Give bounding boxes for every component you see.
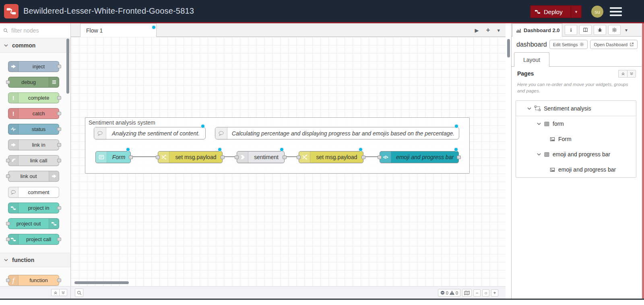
output-port[interactable] bbox=[221, 156, 225, 159]
tree-item-label: emoji and progress bar bbox=[553, 151, 610, 158]
zoom-in-button[interactable]: + bbox=[491, 289, 498, 297]
tree-item-page-sentiment-analysis[interactable]: Sentiment analysis bbox=[516, 101, 636, 116]
flow-group-sentiment-analysis-system[interactable]: Sentiment analysis system bbox=[85, 117, 470, 174]
input-port[interactable] bbox=[378, 156, 382, 159]
comment-node-label: Calculating percentage and displaying pr… bbox=[227, 127, 459, 139]
palette-search-input[interactable] bbox=[10, 27, 63, 34]
dashboard-header-row: dashboard Edit Settings Open Dashboard bbox=[512, 37, 642, 52]
canvas-vertical-scrollbar[interactable] bbox=[507, 39, 510, 57]
input-port[interactable] bbox=[6, 159, 10, 162]
flow-list-caret-icon[interactable]: ▾ bbox=[497, 27, 500, 33]
palette-node-project-in[interactable]: project in bbox=[8, 203, 59, 213]
chevron-down-icon[interactable] bbox=[537, 123, 541, 125]
output-port[interactable] bbox=[57, 96, 61, 100]
flow-node-change[interactable]: set msg.payload bbox=[158, 151, 223, 163]
zoom-reset-button[interactable]: ○ bbox=[482, 289, 489, 297]
tab-layout[interactable]: Layout bbox=[514, 52, 549, 67]
palette-category-function[interactable]: function bbox=[0, 253, 70, 267]
output-port[interactable] bbox=[57, 159, 61, 162]
output-port[interactable] bbox=[57, 65, 61, 68]
comment-node[interactable]: Analyzing the sentiment of content. bbox=[94, 127, 206, 139]
palette-node-inject[interactable]: inject bbox=[8, 61, 59, 72]
zoom-out-button[interactable]: − bbox=[473, 289, 481, 297]
palette-node-link-in[interactable]: link in bbox=[8, 139, 59, 150]
deploy-button[interactable]: Deploy ▾ bbox=[530, 5, 582, 18]
wire[interactable] bbox=[363, 156, 380, 157]
tree-item-group-emoji-and-progress-bar[interactable]: emoji and progress bar bbox=[516, 147, 636, 162]
input-port[interactable] bbox=[235, 156, 239, 159]
wire[interactable] bbox=[131, 156, 158, 157]
sidebar-tabs-caret[interactable]: ▾ bbox=[625, 27, 627, 33]
output-port[interactable] bbox=[57, 206, 61, 210]
palette-node-label: debug bbox=[8, 77, 49, 87]
flow-node-sentiment[interactable]: sentiment bbox=[237, 151, 285, 163]
palette-node-debug[interactable]: debug bbox=[8, 77, 59, 88]
add-flow-button[interactable]: + bbox=[486, 26, 490, 34]
output-port[interactable] bbox=[57, 127, 61, 131]
palette-node-project-out[interactable]: project out bbox=[8, 218, 59, 229]
collapse-all-pages-button[interactable] bbox=[618, 70, 627, 78]
deploy-button-main[interactable]: Deploy bbox=[530, 6, 571, 18]
flow-node-form[interactable]: Form bbox=[95, 151, 131, 163]
input-port[interactable] bbox=[6, 237, 10, 241]
tree-item-widget-form[interactable]: Form bbox=[516, 131, 636, 147]
input-port[interactable] bbox=[297, 156, 301, 159]
input-port[interactable] bbox=[156, 156, 160, 159]
flow-node-change[interactable]: set msg.payload bbox=[299, 151, 363, 163]
input-port[interactable] bbox=[6, 174, 10, 178]
collapse-all-button[interactable] bbox=[51, 289, 59, 296]
deploy-options-caret[interactable]: ▾ bbox=[571, 6, 581, 18]
palette-scrollbar[interactable] bbox=[66, 39, 69, 94]
input-port[interactable] bbox=[6, 278, 10, 282]
palette-node-status[interactable]: status bbox=[8, 124, 59, 135]
comment-node[interactable]: Calculating percentage and displaying pr… bbox=[215, 127, 459, 139]
palette-node-function[interactable]: f function bbox=[8, 275, 59, 286]
tree-item-group-form[interactable]: form bbox=[516, 116, 636, 131]
input-port[interactable] bbox=[6, 80, 10, 84]
edit-settings-button[interactable]: Edit Settings bbox=[549, 40, 588, 49]
chevron-down-icon bbox=[4, 44, 8, 47]
help-tab-button[interactable] bbox=[579, 25, 592, 35]
open-dashboard-button[interactable]: Open Dashboard bbox=[590, 40, 638, 49]
output-port[interactable] bbox=[457, 156, 461, 159]
output-port[interactable] bbox=[361, 156, 365, 159]
output-port[interactable] bbox=[57, 112, 61, 115]
flow-node-template[interactable]: </> emoji and progress bar bbox=[380, 151, 459, 163]
flow-tab-label: Flow 1 bbox=[86, 27, 103, 34]
output-port[interactable] bbox=[57, 237, 61, 241]
expand-all-button[interactable] bbox=[59, 289, 67, 296]
palette-node-complete[interactable]: ! complete bbox=[8, 92, 59, 103]
node-red-editor: Bewildered-Lesser-White-Fronted-Goose-58… bbox=[0, 0, 644, 305]
right-edge-scrollbar[interactable] bbox=[642, 23, 644, 299]
palette-node-link-out[interactable]: link out bbox=[8, 171, 59, 182]
debug-tab-button[interactable] bbox=[594, 25, 606, 35]
notifications-status[interactable]: 0 0 bbox=[438, 289, 460, 297]
output-port[interactable] bbox=[57, 278, 61, 282]
output-port[interactable] bbox=[283, 156, 287, 159]
hamburger-icon bbox=[610, 7, 622, 9]
info-tab-button[interactable]: i bbox=[565, 25, 577, 35]
expand-all-pages-button[interactable] bbox=[627, 70, 636, 78]
canvas-search-button[interactable] bbox=[75, 289, 83, 297]
tree-item-widget-emoji-and-progress-bar[interactable]: emoji and progress bar bbox=[516, 162, 636, 177]
palette-node-catch[interactable]: ! catch bbox=[8, 108, 59, 119]
flow-tab[interactable]: Flow 1 bbox=[80, 23, 157, 37]
output-port[interactable] bbox=[57, 143, 61, 147]
palette-node-project-call[interactable]: project call bbox=[8, 234, 59, 245]
palette-category-common[interactable]: common bbox=[0, 38, 70, 53]
config-tab-button[interactable] bbox=[608, 25, 621, 35]
exclamation-icon: ! bbox=[8, 93, 19, 103]
palette-node-link-call[interactable]: link call bbox=[8, 155, 59, 166]
input-port[interactable] bbox=[6, 222, 10, 225]
user-avatar[interactable]: su bbox=[591, 6, 603, 18]
sidebar-tab-dashboard[interactable]: Dashboard 2.0 bbox=[512, 23, 562, 37]
output-port[interactable] bbox=[129, 156, 133, 159]
navigator-map-button[interactable] bbox=[462, 289, 472, 297]
image-icon bbox=[550, 137, 555, 142]
canvas-horizontal-scrollbar[interactable] bbox=[74, 281, 129, 284]
chevron-down-icon[interactable] bbox=[537, 153, 541, 156]
scroll-tabs-right-icon[interactable]: ▶ bbox=[475, 27, 479, 33]
chevron-down-icon[interactable] bbox=[527, 107, 531, 110]
palette-node-comment[interactable]: comment bbox=[8, 187, 59, 198]
main-menu-button[interactable] bbox=[610, 7, 622, 16]
